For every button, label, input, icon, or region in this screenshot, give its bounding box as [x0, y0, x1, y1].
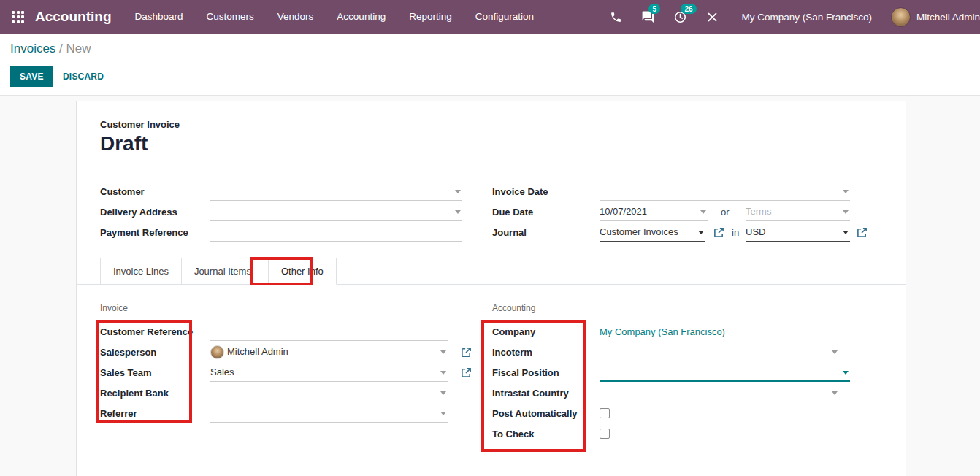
activity-clock-icon[interactable]: 26 — [673, 9, 687, 24]
app-name[interactable]: Accounting — [35, 9, 112, 25]
save-button[interactable]: SAVE — [10, 66, 53, 87]
notebook-tabs: Invoice Lines Journal Items Other Info — [77, 258, 906, 285]
currency-value: USD — [746, 226, 765, 237]
tab-other-info[interactable]: Other Info — [268, 258, 337, 285]
menu-item-customers[interactable]: Customers — [195, 0, 266, 34]
sales-team-label: Sales Team — [100, 364, 152, 382]
incoterm-field[interactable] — [600, 344, 839, 361]
breadcrumb-new: New — [66, 42, 91, 55]
menu-item-reporting[interactable]: Reporting — [397, 0, 464, 34]
salesperson-field[interactable]: Mitchell Admin — [227, 344, 448, 361]
fiscal-position-field[interactable] — [600, 364, 850, 382]
salesperson-value: Mitchell Admin — [227, 346, 288, 357]
recipient-bank-field[interactable] — [210, 385, 448, 402]
main-content: Customer Invoice Draft Customer Delivery… — [0, 96, 980, 476]
chevron-down-icon[interactable] — [440, 350, 446, 354]
menu-item-accounting[interactable]: Accounting — [325, 0, 397, 34]
doc-type-label: Customer Invoice — [100, 119, 180, 130]
status-title: Draft — [100, 132, 148, 156]
chevron-down-icon[interactable] — [832, 391, 838, 395]
payment-reference-field[interactable] — [210, 224, 462, 242]
customer-reference-field[interactable] — [210, 323, 448, 341]
chevron-down-icon[interactable] — [843, 371, 849, 375]
company-switcher[interactable]: My Company (San Francisco) — [741, 12, 872, 23]
company-value-link[interactable]: My Company (San Francisco) — [600, 323, 725, 341]
intrastat-country-label: Intrastat Country — [492, 385, 569, 402]
referrer-label: Referrer — [100, 405, 137, 423]
breadcrumb-separator: / — [59, 42, 66, 55]
due-date-value: 10/07/2021 — [600, 206, 647, 217]
to-check-label: To Check — [492, 426, 535, 443]
menu-item-configuration[interactable]: Configuration — [464, 0, 545, 34]
invoice-date-field[interactable] — [600, 183, 850, 201]
salesperson-external-link-icon[interactable] — [461, 347, 472, 358]
accounting-group-title: Accounting — [492, 303, 839, 318]
apps-grid-icon[interactable] — [12, 11, 24, 23]
customer-reference-label: Customer Reference — [100, 323, 193, 341]
user-name[interactable]: Mitchell Admin — [916, 12, 980, 23]
invoice-group-title: Invoice — [100, 303, 448, 318]
delivery-address-field[interactable] — [210, 204, 462, 221]
delivery-address-label: Delivery Address — [100, 204, 177, 221]
due-date-label: Due Date — [492, 204, 533, 221]
sales-team-external-link-icon[interactable] — [461, 367, 472, 378]
journal-external-link-icon[interactable] — [713, 227, 724, 238]
activities-count-badge: 26 — [681, 4, 696, 14]
chevron-down-icon[interactable] — [698, 231, 704, 234]
due-date-field[interactable]: 10/07/2021 — [600, 204, 708, 221]
referrer-field[interactable] — [210, 405, 448, 423]
sales-team-field[interactable]: Sales — [210, 364, 448, 382]
chevron-down-icon[interactable] — [440, 412, 446, 415]
salesperson-avatar — [210, 345, 224, 359]
post-automatically-checkbox[interactable] — [600, 408, 610, 418]
chevron-down-icon[interactable] — [440, 371, 446, 375]
currency-field[interactable]: USD — [746, 224, 850, 242]
in-text: in — [732, 224, 739, 242]
chevron-down-icon[interactable] — [843, 210, 849, 214]
topbar-right: 5 26 My Company (San Francisco) Mitchell… — [608, 7, 980, 27]
menu-item-dashboard[interactable]: Dashboard — [123, 0, 195, 34]
recipient-bank-label: Recipient Bank — [100, 385, 169, 402]
menu-item-vendors[interactable]: Vendors — [266, 0, 326, 34]
to-check-checkbox[interactable] — [600, 429, 610, 439]
customer-field[interactable] — [210, 183, 462, 201]
messages-count-badge: 5 — [648, 4, 660, 14]
chevron-down-icon[interactable] — [843, 190, 849, 193]
breadcrumb-invoices[interactable]: Invoices — [10, 42, 55, 55]
post-automatically-label: Post Automatically — [492, 405, 578, 423]
chevron-down-icon[interactable] — [455, 210, 461, 214]
control-panel: Invoices / New SAVE DISCARD — [0, 34, 980, 96]
tab-invoice-lines[interactable]: Invoice Lines — [100, 258, 182, 284]
discard-button[interactable]: DISCARD — [58, 66, 108, 87]
payment-reference-label: Payment Reference — [100, 224, 188, 242]
terms-placeholder: Terms — [746, 206, 771, 217]
tab-journal-items[interactable]: Journal Items — [182, 258, 264, 284]
fiscal-position-label: Fiscal Position — [492, 364, 559, 382]
incoterm-label: Incoterm — [492, 344, 532, 361]
chevron-down-icon[interactable] — [832, 350, 838, 354]
or-text: or — [721, 204, 730, 221]
customer-label: Customer — [100, 183, 145, 201]
chevron-down-icon[interactable] — [440, 391, 446, 395]
invoice-form-sheet: Customer Invoice Draft Customer Delivery… — [76, 101, 906, 476]
payment-terms-field[interactable]: Terms — [746, 204, 850, 221]
intrastat-country-field[interactable] — [600, 385, 839, 402]
chevron-down-icon[interactable] — [700, 210, 706, 214]
chevron-down-icon[interactable] — [843, 231, 849, 234]
currency-external-link-icon[interactable] — [857, 227, 868, 238]
user-avatar[interactable] — [891, 7, 911, 27]
breadcrumb: Invoices / New — [10, 42, 91, 56]
developer-tools-icon[interactable] — [705, 9, 719, 24]
chevron-down-icon[interactable] — [455, 190, 461, 193]
company-label: Company — [492, 323, 535, 341]
main-menu: Dashboard Customers Vendors Accounting R… — [123, 0, 546, 34]
top-navbar: Accounting Dashboard Customers Vendors A… — [0, 0, 980, 34]
messages-icon[interactable]: 5 — [640, 9, 655, 24]
sales-team-value: Sales — [210, 366, 234, 377]
invoice-date-label: Invoice Date — [492, 183, 548, 201]
journal-field[interactable]: Customer Invoices — [600, 224, 705, 242]
phone-icon[interactable] — [608, 9, 623, 24]
journal-label: Journal — [492, 224, 527, 242]
salesperson-label: Salesperson — [100, 344, 156, 361]
journal-value: Customer Invoices — [600, 226, 678, 237]
